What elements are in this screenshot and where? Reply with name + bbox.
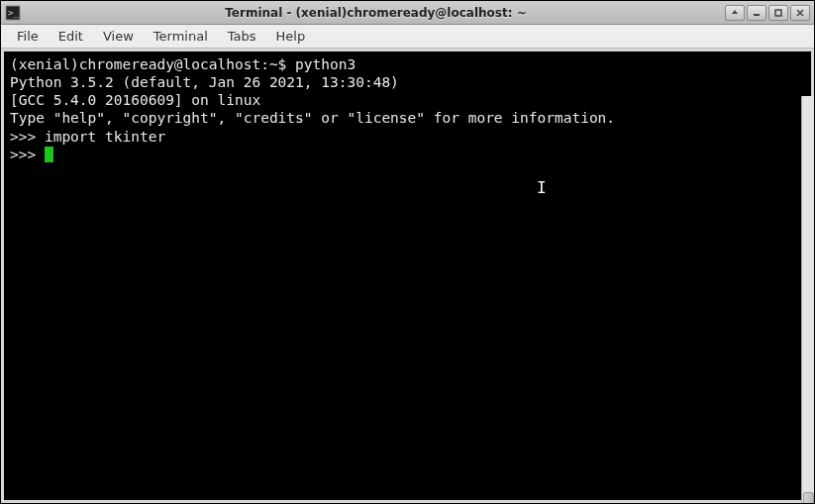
svg-rect-2 [754, 14, 760, 16]
titlebar[interactable]: >_ Terminal - (xenial)chromeready@localh… [1, 1, 814, 25]
terminal-window: >_ Terminal - (xenial)chromeready@localh… [0, 0, 815, 504]
terminal-line: (xenial)chromeready@localhost:~$ python3 [10, 55, 805, 73]
menu-file[interactable]: File [7, 26, 49, 47]
app-icon: >_ [5, 5, 21, 21]
rollup-button[interactable] [725, 5, 745, 21]
cursor-block [45, 147, 53, 162]
mouse-ibeam-cursor: I [537, 178, 547, 198]
terminal-line: Type "help", "copyright", "credits" or "… [10, 109, 805, 127]
menu-view[interactable]: View [93, 26, 144, 47]
menu-edit[interactable]: Edit [49, 26, 93, 47]
window-controls [725, 5, 810, 21]
menu-terminal[interactable]: Terminal [144, 26, 218, 47]
minimize-button[interactable] [747, 5, 766, 21]
window-title: Terminal - (xenial)chromeready@localhost… [27, 6, 725, 20]
menu-help[interactable]: Help [266, 26, 316, 47]
terminal-prompt-line: >>> [10, 146, 805, 163]
menubar: File Edit View Terminal Tabs Help [1, 25, 814, 49]
scrollbar-thumb[interactable] [803, 492, 814, 503]
terminal-line: >>> import tkinter [10, 128, 805, 146]
terminal-line: Python 3.5.2 (default, Jan 26 2021, 13:3… [10, 73, 805, 91]
scrollbar[interactable] [801, 96, 814, 503]
svg-text:>_: >_ [8, 8, 19, 18]
maximize-button[interactable] [768, 5, 788, 21]
close-button[interactable] [790, 5, 810, 21]
svg-rect-3 [775, 10, 781, 16]
terminal-line: [GCC 5.4.0 20160609] on linux [10, 91, 805, 109]
terminal-viewport[interactable]: (xenial)chromeready@localhost:~$ python3… [4, 51, 811, 500]
menu-tabs[interactable]: Tabs [218, 26, 266, 47]
